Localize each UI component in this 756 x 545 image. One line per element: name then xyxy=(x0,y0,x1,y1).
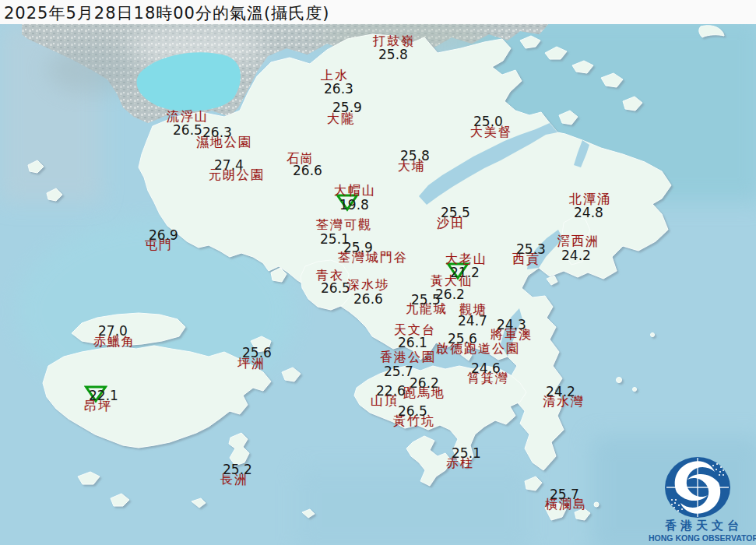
station-temperature-value: 25.2 xyxy=(223,463,252,476)
station-temperature-value: 27.0 xyxy=(98,325,128,338)
station-temperature-value: 26.3 xyxy=(324,83,353,96)
station-temperature-value: 24.8 xyxy=(574,206,603,220)
station-name: 北潭涌 xyxy=(569,193,611,206)
title-bar: 2025年5月28日18時00分的氣溫(攝氏度) xyxy=(0,0,756,24)
station-temperature-value: 26.6 xyxy=(293,164,322,178)
station-temperature-value: 22.6 xyxy=(376,385,406,398)
observatory-name-zh: 香港天文台 xyxy=(651,519,756,533)
station-temperature-value: 24.2 xyxy=(561,249,591,262)
station-temperature-value: 25.5 xyxy=(441,206,470,220)
station-temperature-value: 25.8 xyxy=(400,149,430,163)
station-name: 荃灣可觀 xyxy=(316,219,372,231)
map-title: 2025年5月28日18時00分的氣溫(攝氏度) xyxy=(4,2,329,24)
station-temperature-value: 25.7 xyxy=(550,488,579,501)
station-temperature-value: 26.6 xyxy=(353,293,383,306)
station-temperature-value: 24.6 xyxy=(471,362,501,375)
station-temperature-value: 26.5 xyxy=(398,405,427,418)
station-temperature-value: 25.5 xyxy=(411,294,441,307)
station-temperature-value: 27.4 xyxy=(214,159,244,172)
station-name: 深水埗 xyxy=(347,279,389,291)
station-name: 大老山 xyxy=(445,253,487,265)
station-temperature-value: 26.9 xyxy=(149,229,178,242)
station-name: 打鼓嶺 xyxy=(373,35,415,47)
station-temperature-value: 25.9 xyxy=(332,101,362,114)
station-temperature-value: 25.3 xyxy=(516,243,546,256)
station-temperature-value: 19.8 xyxy=(339,199,369,212)
observatory-name-en: HONG KONG OBSERVATORY xyxy=(649,533,756,543)
station-temperature-value: 25.0 xyxy=(473,115,503,128)
station-temperature-value: 24.3 xyxy=(497,318,526,332)
station-temperature-value: 25.8 xyxy=(378,48,408,62)
station-temperature-value: 26.2 xyxy=(410,377,439,390)
hko-temperature-map-screen: 2025年5月28日18時00分的氣溫(攝氏度) 打鼓嶺25.8上水26.3大隴… xyxy=(0,0,756,545)
station-temperature-value: 25.9 xyxy=(343,241,373,255)
station-temperature-value: 22.1 xyxy=(89,389,118,403)
station-temperature-value: 24.7 xyxy=(458,315,487,328)
station-name: 大帽山 xyxy=(334,185,376,197)
station-name: 上水 xyxy=(321,69,349,82)
station-name: 滘西洲 xyxy=(557,235,600,248)
station-name: 黃大仙 xyxy=(431,275,473,287)
station-temperature-value: 25.6 xyxy=(448,332,477,346)
station-labels-layer: 打鼓嶺25.8上水26.3大隴25.9流浮山26.5濕地公園26.3元朗公園27… xyxy=(0,0,756,545)
station-temperature-value: 25.1 xyxy=(452,447,481,460)
station-temperature-value: 26.1 xyxy=(398,336,427,350)
station-temperature-value: 26.5 xyxy=(321,282,350,295)
station-temperature-value: 24.2 xyxy=(546,385,575,399)
station-name: 香港公園 xyxy=(380,351,436,364)
station-temperature-value: 26.3 xyxy=(202,126,232,139)
station-name: 流浮山 xyxy=(167,111,209,123)
station-temperature-value: 25.6 xyxy=(242,346,272,360)
